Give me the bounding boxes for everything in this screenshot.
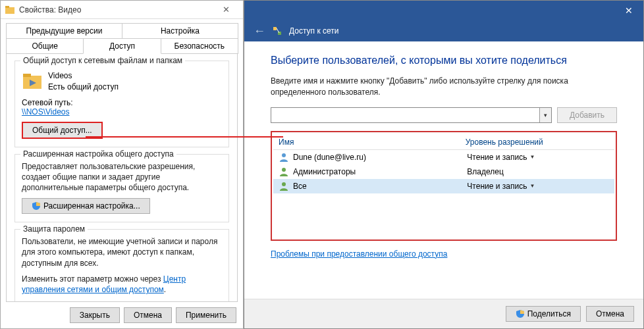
user-combobox[interactable]: ▾ xyxy=(271,107,552,123)
tab-security[interactable]: Безопасность xyxy=(161,38,238,54)
permission-label: Чтение и запись xyxy=(467,182,527,191)
tab-access[interactable]: Доступ xyxy=(83,38,161,54)
table-row[interactable]: ВсеЧтение и запись ▼ xyxy=(273,179,614,193)
close-button[interactable]: Закрыть xyxy=(70,307,120,323)
folder-name: Videos xyxy=(48,70,119,82)
close-icon[interactable]: ✕ xyxy=(614,1,643,20)
user-name: Dune (dune@live.ru) xyxy=(293,153,366,162)
table-row[interactable]: АдминистраторыВладелец xyxy=(273,164,614,179)
share-button-label: Поделиться xyxy=(527,309,571,318)
troubleshoot-link[interactable]: Проблемы при предоставлении общего досту… xyxy=(271,249,447,259)
chevron-down-icon: ▼ xyxy=(529,183,535,189)
tab-panel-access: Общий доступ к сетевым файлам и папкам V… xyxy=(6,53,238,302)
permission-dropdown: Владелец xyxy=(467,167,609,176)
titlebar: Свойства: Видео ✕ xyxy=(1,1,243,19)
table-header: Имя Уровень разрешений xyxy=(273,135,614,150)
page-title: Выберите пользователей, с которыми вы хо… xyxy=(271,55,617,66)
group-icon xyxy=(279,181,289,191)
group-title: Общий доступ к сетевым файлам и папкам xyxy=(20,56,185,65)
network-icon xyxy=(272,26,282,36)
column-permission[interactable]: Уровень разрешений xyxy=(466,138,609,147)
user-name: Все xyxy=(293,182,307,191)
svg-point-8 xyxy=(282,153,286,157)
group-password-protection: Защита паролем Пользователи, не имеющие … xyxy=(14,229,229,302)
column-name[interactable]: Имя xyxy=(279,138,466,147)
network-access-dialog: ✕ ← Доступ к сети Выберите пользователей… xyxy=(244,0,644,329)
close-icon[interactable]: ✕ xyxy=(213,3,239,17)
user-icon xyxy=(279,152,289,163)
svg-rect-1 xyxy=(5,6,9,8)
svg-rect-3 xyxy=(23,74,31,77)
svg-point-9 xyxy=(282,168,286,172)
user-input[interactable] xyxy=(271,108,539,122)
table-row[interactable]: Dune (dune@live.ru)Чтение и запись ▼ xyxy=(273,150,614,164)
permission-dropdown[interactable]: Чтение и запись ▼ xyxy=(467,153,609,162)
user-name: Администраторы xyxy=(293,167,356,176)
titlebar: ✕ xyxy=(244,1,643,20)
group-network-sharing: Общий доступ к сетевым файлам и папкам V… xyxy=(14,61,229,147)
advanced-button-label: Расширенная настройка... xyxy=(43,201,140,211)
net-path-label: Сетевой путь: xyxy=(22,98,222,107)
properties-dialog: Свойства: Видео ✕ Предыдущие версии Наст… xyxy=(0,0,244,329)
dialog-buttons: Поделиться Отмена xyxy=(244,299,643,328)
svg-point-10 xyxy=(282,182,286,186)
password-desc: Пользователи, не имеющие учетной записи … xyxy=(22,236,222,268)
svg-rect-0 xyxy=(5,7,14,14)
videos-folder-icon xyxy=(22,70,43,91)
chevron-down-icon: ▼ xyxy=(529,154,535,160)
tab-setup[interactable]: Настройка xyxy=(122,23,238,39)
annotation-arrow xyxy=(86,136,283,138)
group-icon xyxy=(279,166,289,177)
tab-previous-versions[interactable]: Предыдущие версии xyxy=(6,23,122,39)
shield-icon xyxy=(516,309,525,318)
group-advanced-sharing: Расширенная настройка общего доступа Пре… xyxy=(14,154,229,223)
dialog-buttons: Закрыть Отмена Применить xyxy=(1,302,243,328)
header-title: Доступ к сети xyxy=(289,26,338,36)
chevron-down-icon[interactable]: ▾ xyxy=(539,108,551,122)
window-title: Свойства: Видео xyxy=(19,5,81,14)
password-desc2: Изменить этот параметр можно через Центр… xyxy=(22,274,222,295)
page-desc: Введите имя и нажмите кнопку "Добавить" … xyxy=(271,76,617,98)
svg-rect-5 xyxy=(273,27,277,30)
dialog-header: ← Доступ к сети xyxy=(244,20,643,41)
back-icon[interactable]: ← xyxy=(254,24,265,38)
permissions-table: Имя Уровень разрешений Dune (dune@live.r… xyxy=(271,131,617,241)
tab-general[interactable]: Общие xyxy=(6,38,84,54)
permission-label: Чтение и запись xyxy=(467,153,527,162)
cancel-button[interactable]: Отмена xyxy=(586,306,634,322)
shield-icon xyxy=(32,201,41,211)
advanced-sharing-button[interactable]: Расширенная настройка... xyxy=(22,198,150,214)
cancel-button[interactable]: Отмена xyxy=(124,307,172,323)
share-button[interactable]: Поделиться xyxy=(506,306,581,322)
group-title: Расширенная настройка общего доступа xyxy=(20,149,176,159)
group-title: Защита паролем xyxy=(20,224,88,234)
advanced-desc: Предоставляет пользовательские разрешени… xyxy=(22,161,222,193)
permission-label: Владелец xyxy=(467,167,504,176)
add-button[interactable]: Добавить xyxy=(557,107,617,123)
share-state: Есть общий доступ xyxy=(48,82,119,93)
folder-icon xyxy=(5,5,15,15)
tab-strip: Предыдущие версии Настройка Общие Доступ… xyxy=(1,19,243,53)
permission-dropdown[interactable]: Чтение и запись ▼ xyxy=(467,182,609,191)
net-path-link[interactable]: \\NOS\Videos xyxy=(22,107,69,116)
apply-button[interactable]: Применить xyxy=(176,307,236,323)
